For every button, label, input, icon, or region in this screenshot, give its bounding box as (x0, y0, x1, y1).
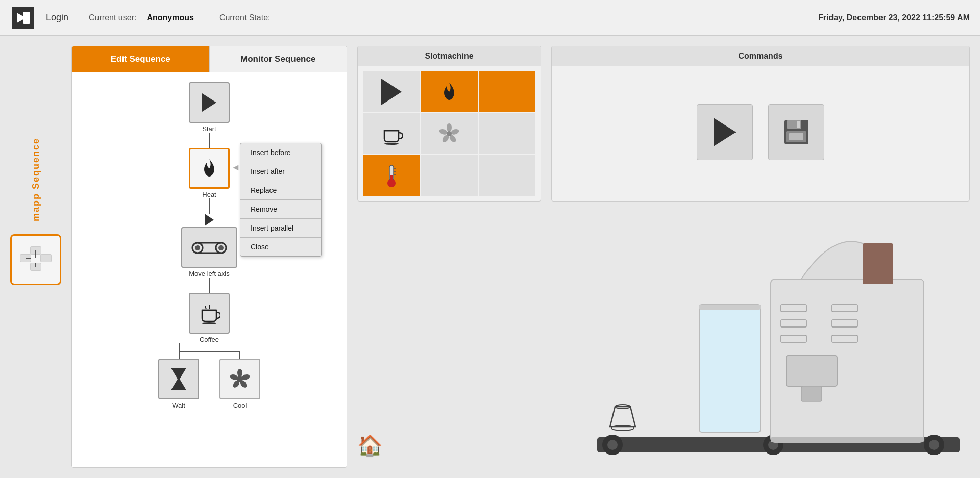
slot-cell-9[interactable] (479, 155, 535, 196)
node-move-left: Move left axis (181, 214, 237, 278)
svg-rect-66 (699, 305, 761, 310)
svg-point-64 (611, 425, 634, 431)
svg-rect-10 (41, 255, 51, 262)
node-cool: Cool (219, 359, 260, 409)
node-heat-box[interactable] (189, 148, 230, 189)
node-start-box[interactable] (189, 82, 230, 123)
svg-point-20 (195, 245, 200, 250)
svg-point-60 (929, 440, 939, 450)
node-heat-row: Heat ◄ Insert before Insert after Replac… (189, 148, 230, 198)
svg-rect-65 (699, 305, 761, 432)
svg-rect-75 (786, 356, 837, 386)
coffee-machine-illustration (587, 203, 970, 468)
machine-area: 🏠 (357, 212, 970, 468)
arrow-indicator: ◄ (231, 162, 240, 173)
commands-content (552, 66, 969, 198)
slot-cell-3[interactable] (479, 71, 535, 112)
connector-3 (209, 278, 210, 293)
svg-point-41 (450, 128, 459, 135)
slotmachine-grid (358, 66, 541, 201)
svg-point-40 (447, 123, 452, 132)
header: Login Current user: Anonymous Current St… (0, 0, 980, 36)
move-left-play-icon (205, 214, 214, 226)
svg-point-32 (237, 369, 242, 377)
svg-rect-2 (23, 12, 30, 24)
slot-cell-1[interactable] (363, 71, 420, 112)
svg-point-22 (218, 245, 224, 250)
slot-cell-7[interactable] (363, 155, 420, 196)
main-content: mapp Sequence (0, 36, 980, 478)
datetime: Friday, December 23, 2022 11:25:59 AM (818, 13, 970, 22)
svg-rect-47 (390, 175, 393, 184)
svg-point-38 (384, 143, 399, 145)
slot-cell-4[interactable] (363, 113, 420, 154)
node-heat-label: Heat (202, 191, 216, 198)
slot-play-icon (381, 79, 402, 105)
bottom-row: Wait Cool (158, 359, 260, 409)
logo (10, 5, 36, 31)
svg-rect-55 (789, 133, 803, 140)
svg-rect-76 (801, 386, 822, 401)
node-heat: Heat (189, 148, 230, 198)
current-user-value: Anonymous (146, 13, 193, 22)
connector-2 (209, 198, 210, 214)
right-area: Slotmachine (357, 46, 970, 468)
slot-cell-8[interactable] (421, 155, 477, 196)
svg-rect-53 (797, 121, 800, 128)
node-wait-box[interactable] (158, 359, 199, 399)
svg-point-58 (607, 440, 618, 450)
commands-panel: Commands (551, 46, 970, 202)
current-state-label: Current State: (219, 13, 271, 22)
svg-rect-77 (771, 437, 924, 442)
context-replace[interactable]: Replace (240, 181, 321, 200)
slotmachine-title: Slotmachine (358, 46, 541, 66)
node-move-left-box[interactable] (181, 227, 237, 268)
node-start: Start (189, 82, 230, 133)
node-wait: Wait (158, 359, 199, 409)
node-coffee: Coffee (189, 293, 230, 343)
node-start-label: Start (202, 125, 216, 133)
sequence-panel: Edit Sequence Monitor Sequence Start (71, 46, 347, 468)
context-insert-after[interactable]: Insert after (240, 162, 321, 181)
start-play-icon (202, 93, 216, 112)
context-close[interactable]: Close (240, 238, 321, 256)
node-move-left-label: Move left axis (189, 270, 229, 278)
slot-cell-2[interactable] (421, 71, 477, 112)
slotmachine-panel: Slotmachine (357, 46, 541, 202)
context-insert-parallel[interactable]: Insert parallel (240, 219, 321, 238)
sidebar-label: mapp Sequence (31, 138, 41, 221)
sequence-content: Start Heat ◄ Insert (72, 72, 347, 467)
login-button[interactable]: Login (46, 12, 68, 23)
connector-1 (209, 133, 210, 148)
context-insert-before[interactable]: Insert before (240, 143, 321, 162)
branch-connector (158, 343, 260, 359)
current-user-label: Current user: (89, 13, 136, 22)
node-cool-box[interactable] (219, 359, 260, 399)
node-wait-label: Wait (172, 401, 185, 409)
svg-point-44 (438, 128, 448, 135)
sidebar: mapp Sequence (10, 46, 61, 468)
slot-cell-6[interactable] (479, 113, 535, 154)
svg-point-26 (202, 322, 216, 324)
context-menu: Insert before Insert after Replace Remov… (240, 143, 322, 257)
slot-cell-5[interactable] (421, 113, 477, 154)
context-remove[interactable]: Remove (240, 200, 321, 219)
home-button[interactable]: 🏠 (357, 434, 383, 458)
node-coffee-box[interactable] (189, 293, 230, 334)
tab-edit-sequence[interactable]: Edit Sequence (72, 46, 209, 72)
node-cool-label: Cool (233, 401, 247, 409)
tab-monitor-sequence[interactable]: Monitor Sequence (209, 46, 347, 72)
right-top: Slotmachine (357, 46, 970, 202)
commands-play-icon (714, 118, 736, 146)
svg-line-27 (205, 306, 206, 309)
node-coffee-label: Coffee (200, 336, 219, 343)
svg-rect-68 (863, 243, 893, 284)
sidebar-sequence-icon[interactable] (10, 234, 61, 285)
commands-save-button[interactable] (768, 104, 824, 160)
sequence-tabs: Edit Sequence Monitor Sequence (72, 46, 347, 72)
commands-play-button[interactable] (697, 104, 753, 160)
commands-title: Commands (552, 46, 969, 66)
